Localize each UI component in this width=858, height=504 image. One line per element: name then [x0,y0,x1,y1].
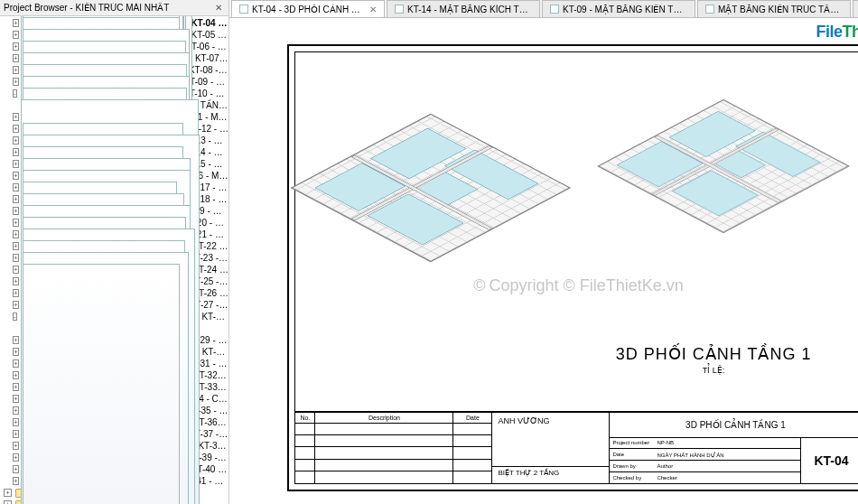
meta-key: Date [612,452,654,457]
close-icon[interactable]: ✕ [212,3,225,13]
meta-val: Checker [657,475,676,481]
main-area: KT-04 - 3D PHỐI CẢNH TẦNG 1✕KT-14 - MẶT … [229,0,858,504]
meta-val: NGÀY PHÁT HÀNH DỰ ÁN [657,452,723,458]
expand-icon[interactable]: + [13,453,19,462]
client-block: ANH VƯƠNG BIỆT THỰ 2 TẦNG [492,413,610,483]
expand-icon[interactable]: + [13,383,19,391]
tab-label: KT-04 - 3D PHỐI CẢNH TẦNG 1 [252,5,364,14]
expand-icon[interactable]: + [13,19,19,27]
project-browser-tree[interactable]: +KT-04 - 3D PHỐI CẢNH TẦNG 1+KT-05 - 3D … [0,16,228,504]
tab-label: KT-14 - MẶT BẰNG KÍCH THƯỚC T... [407,5,532,14]
document-tab[interactable]: MẶT BẰNG KIẾN TRÚC TẦNG 2 [697,0,851,17]
expand-icon[interactable]: + [13,359,19,368]
iso-view-right [602,69,845,264]
expand-icon[interactable]: + [13,78,19,86]
expand-icon[interactable]: + [13,254,19,262]
tree-item-label: KT-28 - MẶT CẮT 1-1 [201,311,228,322]
sheet-meta: Project numberNP-NBDateNGÀY PHÁT HÀNH DỰ… [610,438,801,483]
expand-icon[interactable]: + [13,465,19,473]
expand-icon[interactable]: + [13,125,19,133]
expand-icon[interactable]: + [13,195,19,203]
document-tab[interactable]: KT-14 - MẶT BẰNG KÍCH THƯỚC T... [387,0,540,17]
expand-icon[interactable]: + [13,336,19,344]
expand-icon[interactable]: + [13,406,19,415]
expand-icon[interactable]: + [13,395,19,403]
expand-icon[interactable]: + [13,160,19,168]
document-tab[interactable]: KT-04 - 3D PHỐI CẢNH TẦNG 1✕ [231,0,385,17]
expand-icon[interactable]: + [13,418,19,426]
revision-schedule: No. Description Date [295,413,492,483]
viewport-3d: 3D PHỐI CẢNH TẦNG 1 TỈ LỆ: [304,61,852,375]
expand-icon[interactable]: + [13,442,19,450]
title-block: No. Description Date ANH [295,411,858,483]
sheet-number: KT-04 [801,438,858,483]
sheet-name: 3D PHỐI CẢNH TẦNG 1 [610,413,858,438]
expand-icon[interactable]: + [13,66,19,74]
expand-icon[interactable]: + [13,183,19,191]
tree-item-label: KT-05 - 3D PHỐI CẢNH TẦNG 2 [191,29,228,41]
expand-icon[interactable]: + [13,301,19,309]
expand-icon[interactable]: + [13,172,19,180]
sheet-border: 3D PHỐI CẢNH TẦNG 1 TỈ LỆ: No. Descripti… [287,44,858,491]
sheet-icon [395,5,404,14]
document-tab[interactable]: KT-09 - MẶT BẰNG KIẾN TRÚC TẦ... [542,0,695,17]
sheet-icon [239,5,248,14]
logo: FileThiếtKế.vn [816,22,858,42]
project-browser-title: Project Browser - KIẾN TRÚC MÁI NHẤT [4,3,212,13]
tree-item-label: KT-38 - THỐNG KÊ CỬA [198,440,228,452]
expand-icon[interactable]: + [13,266,19,274]
project-browser-header: Project Browser - KIẾN TRÚC MÁI NHẤT ✕ [0,0,228,16]
tree-item-label: KT-04 - 3D PHỐI CẢNH TẦNG 1 [191,17,228,29]
sheet-icon [23,264,180,504]
expand-icon[interactable]: + [13,242,19,250]
meta-val: NP-NB [657,440,674,445]
expand-icon[interactable]: + [13,54,19,62]
collapse-icon[interactable]: - [13,313,17,321]
tree-item-label: KT-08 - 3D PHỐI CẢNH HỆ XÀ GỒ [189,64,228,76]
expand-icon[interactable]: + [4,489,12,497]
meta-key: Drawn by [612,463,654,469]
close-tab-icon[interactable]: ✕ [369,5,377,14]
expand-icon[interactable]: + [13,477,19,485]
expand-icon[interactable]: + [13,371,19,379]
view-title: 3D PHỐI CẢNH TẦNG 1 TỈ LỆ: [616,344,812,375]
drawing-canvas[interactable]: FileThiếtKế.vn [229,18,858,504]
document-tab[interactable]: KT-10 - MẶ [853,0,858,17]
sheet-icon [705,5,714,14]
expand-icon[interactable]: + [13,113,19,121]
expand-icon[interactable]: + [13,348,19,356]
expand-icon[interactable]: + [13,219,19,227]
document-tabs: KT-04 - 3D PHỐI CẢNH TẦNG 1✕KT-14 - MẶT … [229,0,858,18]
tree-item-label: KT-07 - 3D PHỐI CẢNH MÁI [195,52,228,64]
expand-icon[interactable]: + [13,230,19,238]
expand-icon[interactable]: + [13,31,19,39]
expand-icon[interactable]: + [13,42,19,51]
tab-label: KT-09 - MẶT BẰNG KIẾN TRÚC TẦ... [563,5,687,14]
expand-icon[interactable]: + [13,148,19,156]
expand-icon[interactable]: + [13,430,19,438]
expand-icon[interactable]: + [13,136,19,145]
tab-label: MẶT BẰNG KIẾN TRÚC TẦNG 2 [718,5,843,14]
expand-icon[interactable]: + [13,277,19,285]
tree-item-label: KT-30 - MẶT CẮT 2-2 [202,346,228,358]
expand-icon[interactable]: + [4,500,12,504]
expand-icon[interactable]: + [13,289,19,297]
sheet-icon [550,5,559,14]
meta-key: Checked by [612,475,654,481]
collapse-icon[interactable]: - [13,89,17,98]
project-browser-panel: Project Browser - KIẾN TRÚC MÁI NHẤT ✕ +… [0,0,229,504]
expand-icon[interactable]: + [13,207,19,215]
meta-val: Author [657,463,673,469]
iso-view-left [295,79,566,296]
meta-key: Project number [612,440,654,445]
